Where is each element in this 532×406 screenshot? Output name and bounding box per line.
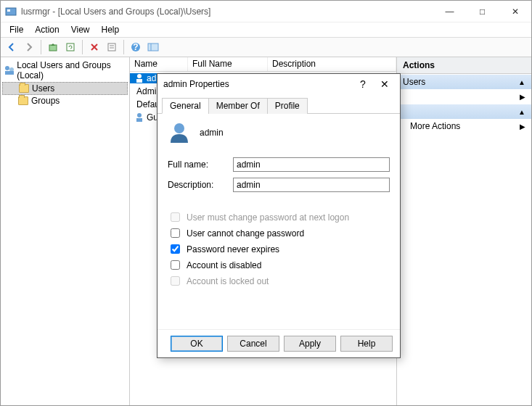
checkbox[interactable]	[171, 244, 180, 254]
tree-pane: Local Users and Groups (Local) Users Gro…	[1, 57, 130, 405]
check-account-disabled[interactable]: Account is disabled	[168, 258, 390, 272]
description-input[interactable]	[233, 178, 390, 192]
svg-rect-21	[136, 118, 142, 122]
close-button[interactable]: ✕	[499, 1, 531, 22]
actions-pane: Actions Users ▲ More Actions ▶ admin ▲ M…	[397, 57, 531, 405]
actions-band-users[interactable]: Users ▲	[397, 75, 531, 89]
dialog-buttons: OK Cancel Apply Help	[157, 329, 400, 357]
app-icon	[5, 6, 17, 17]
column-description[interactable]: Description	[268, 57, 396, 71]
dialog-username: admin	[200, 128, 224, 138]
check-must-change: User must change password at next logon	[168, 210, 390, 224]
back-button[interactable]	[4, 39, 20, 55]
user-large-icon	[168, 121, 191, 144]
tab-profile[interactable]: Profile	[267, 98, 308, 114]
maximize-button[interactable]: □	[466, 1, 499, 22]
fullname-label: Full name:	[168, 160, 233, 170]
svg-point-22	[174, 123, 184, 133]
toolbar: ?	[1, 37, 531, 57]
svg-rect-15	[136, 79, 142, 83]
checkbox	[171, 212, 180, 222]
dialog-title: admin Properties	[163, 79, 352, 89]
menu-view[interactable]: View	[65, 23, 96, 36]
chevron-right-icon: ▶	[520, 93, 525, 101]
actions-item-more[interactable]: More Actions ▶	[397, 119, 531, 133]
checkbox[interactable]	[171, 260, 180, 270]
help-button[interactable]: Help	[340, 336, 393, 352]
checkbox[interactable]	[171, 228, 180, 238]
delete-button[interactable]	[86, 39, 102, 55]
checkbox	[171, 276, 180, 286]
svg-rect-3	[67, 44, 74, 51]
actions-item-label: More Actions	[410, 121, 460, 131]
column-name[interactable]: Name	[130, 57, 188, 71]
svg-rect-9	[148, 44, 158, 51]
menu-file[interactable]: File	[4, 23, 29, 36]
tab-member-of[interactable]: Member Of	[208, 98, 268, 114]
folder-icon	[19, 84, 29, 93]
dialog-titlebar: admin Properties ? ✕	[157, 74, 400, 94]
check-label: User cannot change password	[187, 228, 304, 239]
dialog-tabs: General Member Of Profile	[157, 97, 400, 114]
svg-text:?: ?	[133, 42, 138, 52]
tree-item-groups[interactable]: Groups	[2, 95, 128, 107]
svg-rect-4	[108, 44, 115, 51]
forward-button[interactable]	[21, 39, 37, 55]
tab-general[interactable]: General	[162, 98, 209, 114]
window-titlebar: lusrmgr - [Local Users and Groups (Local…	[1, 1, 531, 22]
menubar: File Action View Help	[1, 22, 531, 37]
users-groups-icon	[4, 65, 14, 76]
tree-root[interactable]: Local Users and Groups (Local)	[2, 59, 128, 82]
actions-band-admin[interactable]: admin ▲	[397, 104, 531, 119]
actions-item-more[interactable]: More Actions ▶	[397, 89, 531, 104]
tree-root-label: Local Users and Groups (Local)	[17, 60, 126, 80]
actions-band-title: Users	[403, 77, 425, 87]
tree-item-label: Groups	[31, 96, 60, 106]
check-never-expires[interactable]: Password never expires	[168, 242, 390, 256]
properties-dialog: admin Properties ? ✕ General Member Of P…	[157, 73, 401, 358]
view-button[interactable]	[145, 39, 161, 55]
svg-point-14	[137, 74, 142, 78]
svg-rect-1	[7, 9, 10, 12]
collapse-icon: ▲	[518, 108, 525, 116]
check-label: User must change password at next logon	[187, 212, 349, 223]
tree-item-users[interactable]: Users	[2, 82, 128, 95]
check-label: Account is disabled	[187, 260, 261, 270]
check-label: Account is locked out	[187, 276, 269, 286]
column-fullname[interactable]: Full Name	[188, 57, 268, 71]
svg-point-20	[137, 113, 142, 117]
user-icon	[134, 112, 144, 123]
description-label: Description:	[168, 180, 233, 190]
actions-header: Actions	[397, 57, 531, 74]
dialog-help-button[interactable]: ?	[352, 78, 374, 90]
cancel-button[interactable]: Cancel	[227, 336, 279, 352]
dialog-close-button[interactable]: ✕	[374, 78, 396, 90]
menu-action[interactable]: Action	[29, 23, 65, 36]
chevron-right-icon: ▶	[520, 123, 525, 130]
folder-icon	[18, 96, 28, 105]
svg-rect-13	[5, 71, 14, 75]
list-header: Name Full Name Description	[130, 57, 396, 72]
window-title: lusrmgr - [Local Users and Groups (Local…	[21, 7, 433, 17]
properties-button[interactable]	[104, 39, 120, 55]
minimize-button[interactable]: ―	[433, 1, 466, 22]
help-button[interactable]: ?	[128, 39, 144, 55]
check-locked-out: Account is locked out	[168, 274, 390, 288]
tree-item-label: Users	[32, 83, 54, 94]
user-icon	[134, 73, 144, 83]
refresh-button[interactable]	[62, 39, 78, 55]
menu-help[interactable]: Help	[96, 23, 126, 36]
apply-button[interactable]: Apply	[284, 336, 336, 352]
fullname-input[interactable]	[233, 157, 390, 172]
ok-button[interactable]: OK	[171, 336, 223, 352]
svg-rect-2	[49, 45, 57, 51]
dialog-body: admin Full name: Description: User must …	[157, 114, 400, 329]
check-label: Password never expires	[187, 244, 279, 254]
up-button[interactable]	[45, 39, 61, 55]
collapse-icon: ▲	[518, 78, 525, 86]
check-cannot-change[interactable]: User cannot change password	[168, 226, 390, 240]
svg-point-11	[5, 66, 9, 70]
